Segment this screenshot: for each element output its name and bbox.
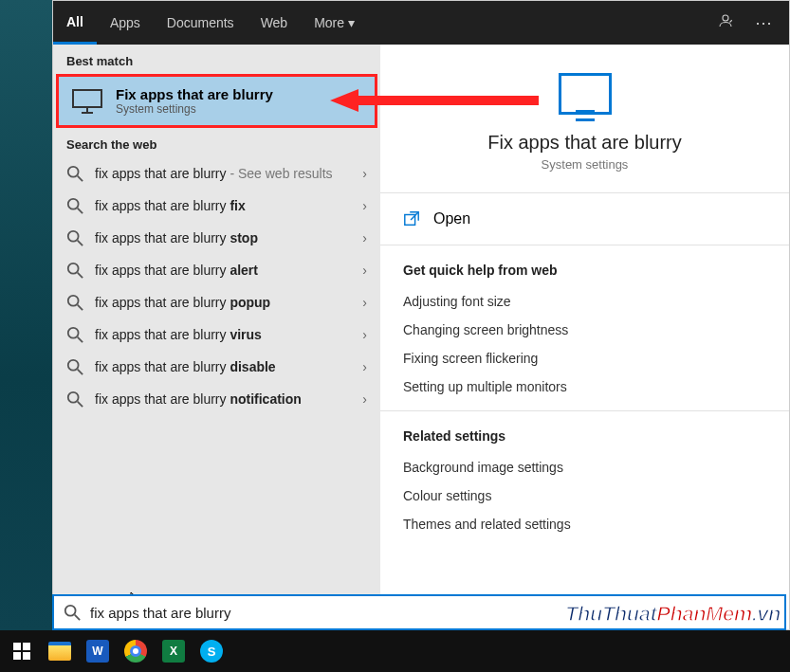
search-content: Best match Fix apps that are blurry Syst… — [53, 45, 789, 629]
taskbar-skype[interactable]: S — [197, 637, 226, 665]
search-icon — [66, 390, 83, 408]
help-link[interactable]: Adjusting font size — [403, 287, 766, 316]
results-pane: Best match Fix apps that are blurry Syst… — [53, 45, 380, 629]
svg-line-11 — [78, 273, 83, 278]
tab-all[interactable]: All — [53, 1, 97, 45]
help-link[interactable]: Fixing screen flickering — [403, 344, 766, 372]
svg-point-16 — [68, 360, 79, 371]
start-button[interactable] — [8, 637, 36, 665]
best-match-text: Fix apps that are blurry System settings — [116, 86, 273, 116]
svg-point-18 — [68, 392, 79, 403]
web-suggestion-text: fix apps that are blurry alert — [95, 263, 344, 279]
search-tabs-bar: All Apps Documents Web More ▾ ⋯ — [53, 1, 789, 45]
search-icon — [66, 262, 83, 279]
tab-more[interactable]: More ▾ — [301, 1, 368, 45]
help-link[interactable]: Setting up multiple monitors — [403, 372, 766, 401]
web-suggestion[interactable]: fix apps that are blurry - See web resul… — [53, 157, 380, 190]
related-settings-title: Related settings — [403, 428, 766, 444]
search-input[interactable] — [90, 605, 775, 621]
search-window: All Apps Documents Web More ▾ ⋯ Best mat… — [52, 0, 790, 630]
web-suggestion-text: fix apps that are blurry popup — [95, 295, 344, 311]
related-settings-block: Related settings Background image settin… — [380, 411, 789, 548]
web-suggestion[interactable]: fix apps that are blurry stop› — [53, 222, 380, 254]
svg-rect-27 — [13, 652, 21, 660]
preview-title: Fix apps that are blurry — [487, 132, 682, 154]
open-label: Open — [433, 210, 470, 227]
chevron-right-icon: › — [356, 198, 367, 213]
chevron-right-icon: › — [356, 166, 367, 181]
more-options-icon[interactable]: ⋯ — [755, 12, 772, 33]
open-icon — [403, 210, 420, 227]
web-suggestion-text: fix apps that are blurry stop — [95, 230, 344, 246]
web-suggestion-text: fix apps that are blurry notification — [95, 391, 344, 408]
search-icon — [66, 165, 83, 182]
related-link[interactable]: Colour settings — [403, 481, 766, 510]
quick-help-title: Get quick help from web — [403, 263, 766, 278]
taskbar: W X S — [0, 630, 790, 672]
preview-monitor-icon — [559, 73, 612, 115]
taskbar-file-explorer[interactable] — [46, 637, 74, 665]
svg-line-7 — [78, 209, 83, 213]
svg-rect-25 — [13, 643, 21, 650]
web-suggestion[interactable]: fix apps that are blurry virus› — [53, 318, 380, 351]
search-icon — [66, 358, 83, 375]
svg-line-24 — [75, 615, 80, 620]
web-suggestion[interactable]: fix apps that are blurry fix› — [53, 190, 380, 222]
svg-point-6 — [68, 199, 79, 209]
search-icon — [66, 197, 83, 214]
open-action[interactable]: Open — [380, 193, 789, 245]
taskbar-chrome[interactable] — [121, 637, 150, 665]
svg-point-12 — [68, 296, 79, 306]
svg-line-5 — [78, 176, 83, 181]
related-link[interactable]: Themes and related settings — [403, 510, 766, 538]
search-bar[interactable] — [52, 594, 786, 630]
svg-line-15 — [78, 337, 83, 342]
search-icon — [66, 229, 83, 246]
svg-point-8 — [68, 231, 79, 242]
web-suggestion[interactable]: fix apps that are blurry popup› — [53, 286, 380, 318]
help-link[interactable]: Changing screen brightness — [403, 316, 766, 344]
monitor-icon — [72, 89, 102, 114]
svg-rect-1 — [73, 90, 101, 107]
best-match-result[interactable]: Fix apps that are blurry System settings — [56, 74, 377, 128]
web-suggestion-text: fix apps that are blurry disable — [95, 359, 344, 375]
svg-line-13 — [78, 305, 83, 310]
svg-line-19 — [78, 402, 83, 407]
taskbar-excel[interactable]: X — [159, 637, 188, 665]
svg-point-23 — [65, 606, 76, 616]
best-match-subtitle: System settings — [116, 102, 273, 116]
chevron-right-icon: › — [356, 359, 367, 374]
tab-documents[interactable]: Documents — [154, 1, 248, 45]
search-web-label: Search the web — [53, 128, 380, 157]
web-suggestion[interactable]: fix apps that are blurry disable› — [53, 351, 380, 383]
svg-point-10 — [68, 263, 79, 274]
preview-header: Fix apps that are blurry System settings — [380, 45, 789, 193]
web-suggestion-text: fix apps that are blurry fix — [95, 198, 344, 214]
topbar-actions: ⋯ — [717, 12, 789, 33]
tab-more-label: More — [314, 15, 344, 30]
svg-rect-26 — [23, 643, 30, 650]
chevron-right-icon: › — [356, 295, 367, 310]
chevron-right-icon: › — [356, 391, 367, 407]
tab-web[interactable]: Web — [248, 1, 302, 45]
best-match-label: Best match — [53, 45, 380, 74]
svg-line-17 — [78, 370, 83, 374]
feedback-icon[interactable] — [717, 12, 734, 33]
taskbar-word[interactable]: W — [83, 637, 112, 665]
svg-rect-28 — [23, 652, 30, 660]
svg-point-0 — [723, 15, 728, 21]
web-results-list: fix apps that are blurry - See web resul… — [53, 157, 380, 629]
web-suggestion-text: fix apps that are blurry virus — [95, 327, 344, 343]
svg-point-14 — [68, 328, 79, 338]
web-suggestion[interactable]: fix apps that are blurry notification› — [53, 383, 380, 415]
related-link[interactable]: Background image settings — [403, 453, 766, 481]
preview-pane: Fix apps that are blurry System settings… — [380, 45, 789, 629]
chevron-right-icon: › — [356, 263, 367, 278]
search-icon — [66, 294, 83, 311]
desktop-background-strip — [0, 0, 52, 630]
svg-line-9 — [78, 241, 83, 245]
search-icon — [66, 326, 83, 343]
web-suggestion-text: fix apps that are blurry - See web resul… — [95, 166, 344, 182]
web-suggestion[interactable]: fix apps that are blurry alert› — [53, 254, 380, 286]
tab-apps[interactable]: Apps — [97, 1, 154, 45]
